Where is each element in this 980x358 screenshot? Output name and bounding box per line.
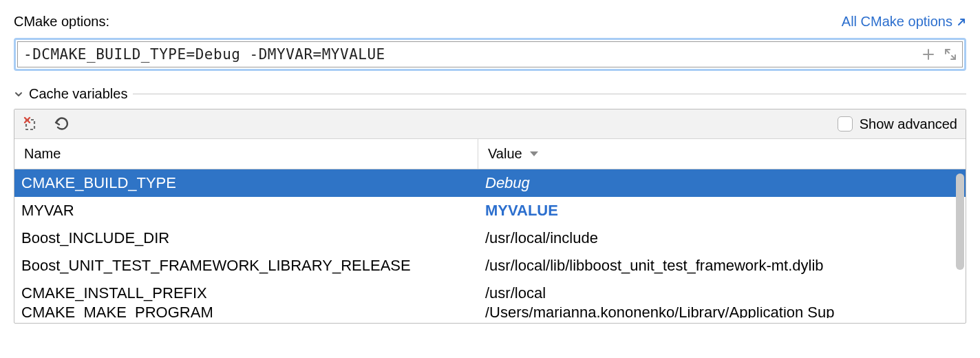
external-link-icon (957, 17, 966, 27)
column-header-value[interactable]: Value (478, 139, 966, 169)
reset-invalid-icon[interactable] (23, 115, 41, 133)
table-row[interactable]: MYVARMYVALUE (14, 197, 966, 224)
cmake-options-input[interactable]: -DCMAKE_BUILD_TYPE=Debug -DMYVAR=MYVALUE (14, 38, 966, 71)
column-header-name[interactable]: Name (14, 139, 478, 169)
cell-value[interactable]: Debug (478, 174, 966, 192)
chevron-down-icon (14, 90, 23, 99)
cmake-options-input-text: -DCMAKE_BUILD_TYPE=Debug -DMYVAR=MYVALUE (23, 46, 917, 63)
cache-variables-panel: Show advanced Name Value CMAKE_BUILD_TYP… (14, 109, 966, 324)
cell-name: MYVAR (14, 202, 478, 220)
cell-name: CMAKE_INSTALL_PREFIX (14, 284, 478, 302)
cell-name: Boost_UNIT_TEST_FRAMEWORK_LIBRARY_RELEAS… (14, 257, 478, 275)
cell-value[interactable]: /usr/local (478, 284, 966, 302)
table-header-row: Name Value (14, 139, 966, 169)
all-cmake-options-link[interactable]: All CMake options (842, 14, 966, 30)
cmake-options-label: CMake options: (14, 14, 109, 30)
cell-name: CMAKE_MAKE_PROGRAM (14, 307, 478, 318)
cell-value[interactable]: /usr/local/include (478, 229, 966, 247)
show-advanced-checkbox[interactable]: Show advanced (838, 116, 957, 132)
checkbox-icon (838, 116, 853, 131)
sort-desc-icon (529, 151, 539, 158)
cell-value[interactable]: /Users/marianna.kononenko/Library/Applic… (478, 307, 966, 318)
cache-variables-title: Cache variables (29, 86, 127, 102)
table-row[interactable]: CMAKE_BUILD_TYPEDebug (14, 169, 966, 197)
section-divider (133, 94, 966, 94)
table-row[interactable]: CMAKE_INSTALL_PREFIX/usr/local (14, 280, 966, 307)
show-advanced-label: Show advanced (860, 116, 957, 132)
scrollbar-thumb[interactable] (956, 173, 964, 270)
undo-icon[interactable] (53, 115, 71, 133)
cell-name: Boost_INCLUDE_DIR (14, 229, 478, 247)
cell-name: CMAKE_BUILD_TYPE (14, 174, 478, 192)
all-cmake-options-link-text: All CMake options (842, 14, 952, 30)
plus-icon[interactable] (922, 48, 935, 61)
table-row[interactable]: Boost_INCLUDE_DIR/usr/local/include (14, 224, 966, 252)
table-row[interactable]: CMAKE_MAKE_PROGRAM/Users/marianna.konone… (14, 307, 966, 318)
table-row[interactable]: Boost_UNIT_TEST_FRAMEWORK_LIBRARY_RELEAS… (14, 252, 966, 280)
cell-value[interactable]: /usr/local/lib/libboost_unit_test_framew… (478, 257, 966, 275)
cell-value[interactable]: MYVALUE (478, 202, 966, 220)
column-header-value-text: Value (488, 146, 522, 162)
expand-icon[interactable] (944, 48, 957, 61)
cache-toolbar: Show advanced (14, 109, 966, 139)
cache-table: Name Value CMAKE_BUILD_TYPEDebugMYVARMYV… (14, 139, 966, 323)
cache-variables-section-header[interactable]: Cache variables (14, 86, 966, 102)
